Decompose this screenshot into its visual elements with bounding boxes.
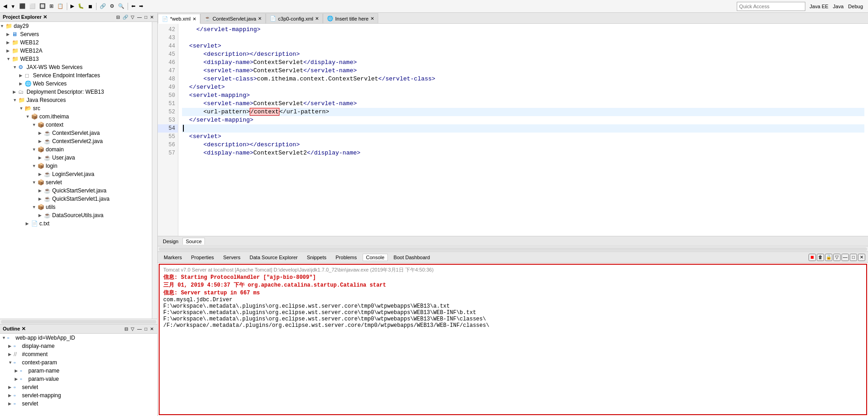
outline-item-6[interactable]: ▶ ▫ param-value <box>0 375 157 383</box>
bottom-tab-source[interactable]: Source <box>182 238 205 245</box>
tree-arrow[interactable]: ▼ <box>32 164 38 168</box>
toolbar-btn-4[interactable]: ⬜ <box>28 3 37 10</box>
tree-item-21[interactable]: ▶ ☕ QuickStartServlet.java <box>0 187 152 195</box>
toolbar-btn-2[interactable]: ▼ <box>9 3 17 10</box>
editor-tab-context_servlet[interactable]: ☕ ContextServlet.java ✕ <box>200 13 266 23</box>
console-content[interactable]: Tomcat v7.0 Server at localhost [Apache … <box>159 264 867 415</box>
toolbar-btn-5[interactable]: 🔲 <box>38 3 47 10</box>
minimize-btn[interactable]: — <box>136 15 143 20</box>
tree-arrow[interactable]: ▶ <box>38 213 44 218</box>
console-tab-boot[interactable]: Boot Dashboard <box>391 254 434 261</box>
quick-access-input[interactable] <box>737 2 805 11</box>
tree-item-8[interactable]: ▶ 🌐 Web Services <box>0 80 152 88</box>
tree-item-10[interactable]: ▼ 📁 Java Resources <box>0 96 152 104</box>
view-menu-btn[interactable]: ▽ <box>130 15 135 20</box>
toolbar-btn-3[interactable]: ⬛ <box>18 3 27 10</box>
tree-arrow[interactable]: ▶ <box>38 131 44 135</box>
console-menu-btn[interactable]: ▽ <box>833 254 841 261</box>
toolbar-btn-12[interactable]: ➡ <box>138 3 145 10</box>
perspective-debug[interactable]: Debug <box>847 3 864 10</box>
tree-item-25[interactable]: ▶ 📄 c.txt <box>0 219 152 228</box>
tree-item-20[interactable]: ▼ 📦 servlet <box>0 178 152 187</box>
bottom-tab-design[interactable]: Design <box>160 238 182 245</box>
console-stop-btn[interactable]: ⏹ <box>809 254 816 261</box>
tree-item-23[interactable]: ▼ 📦 utils <box>0 203 152 211</box>
tree-item-19[interactable]: ▶ ☕ LoginServlet.java <box>0 170 152 178</box>
tab-close-btn[interactable]: ✕ <box>193 16 196 21</box>
outline-minimize-btn[interactable]: — <box>136 326 143 331</box>
tree-arrow[interactable]: ▼ <box>13 65 18 69</box>
tree-item-16[interactable]: ▼ 📦 domain <box>0 145 152 154</box>
tree-item-2[interactable]: ▶ 🖥 Servers <box>0 30 152 38</box>
tree-arrow[interactable]: ▶ <box>38 172 44 176</box>
code-area[interactable]: </servlet-mapping> <servlet> <descriptio… <box>178 24 868 236</box>
outline-arrow[interactable]: ▶ <box>8 352 14 357</box>
tree-arrow[interactable]: ▼ <box>32 123 38 127</box>
tree-arrow[interactable]: ▶ <box>6 32 12 37</box>
toolbar-btn-stop[interactable]: ⏹ <box>86 3 94 10</box>
tree-arrow[interactable]: ▶ <box>19 73 25 78</box>
outline-item-2[interactable]: ▶ ▫ display-name <box>0 342 157 350</box>
console-close-btn[interactable]: ✕ <box>858 254 865 261</box>
tree-arrow[interactable]: ▶ <box>26 221 31 226</box>
toolbar-btn-6[interactable]: ⊞ <box>48 3 55 10</box>
tree-item-3[interactable]: ▶ 📁 WEB12 <box>0 38 152 47</box>
tree-item-22[interactable]: ▶ ☕ QuickStartServlet1.java <box>0 195 152 203</box>
tree-item-1[interactable]: ▼ 📁 day29 <box>0 22 152 30</box>
tree-arrow[interactable]: ▼ <box>26 114 31 119</box>
console-clear-btn[interactable]: 🗑 <box>817 254 824 261</box>
outline-item-5[interactable]: ▶ ▫ param-name <box>0 367 157 375</box>
tab-close-btn[interactable]: ✕ <box>370 16 374 21</box>
tree-arrow[interactable]: ▶ <box>19 81 25 86</box>
link-editor-btn[interactable]: 🔗 <box>122 15 129 20</box>
outline-arrow[interactable]: ▶ <box>8 401 14 406</box>
outline-arrow[interactable]: ▶ <box>15 368 20 373</box>
project-tree-hscroll[interactable] <box>0 319 157 324</box>
tree-arrow[interactable]: ▼ <box>32 180 38 185</box>
tree-item-11[interactable]: ▼ 📂 src <box>0 104 152 112</box>
tree-item-13[interactable]: ▼ 📦 context <box>0 121 152 129</box>
tree-item-4[interactable]: ▶ 📁 WEB12A <box>0 47 152 55</box>
toolbar-btn-debug[interactable]: 🐛 <box>76 3 86 10</box>
tree-item-6[interactable]: ▼ ⚙ JAX-WS Web Services <box>0 63 152 71</box>
editor-hscroll[interactable] <box>158 246 868 251</box>
outline-item-4[interactable]: ▼ ▫ context-param <box>0 358 157 367</box>
project-tree-scrollbar[interactable] <box>152 22 157 319</box>
toolbar-btn-1[interactable]: ◀ <box>2 3 8 10</box>
tree-arrow[interactable]: ▶ <box>38 197 44 201</box>
outline-item-7[interactable]: ▶ ▫ servlet <box>0 383 157 391</box>
maximize-btn[interactable]: □ <box>144 15 148 20</box>
console-tab-problems[interactable]: Problems <box>332 254 360 261</box>
outline-arrow[interactable]: ▶ <box>8 344 14 348</box>
tree-item-17[interactable]: ▶ ☕ User.java <box>0 154 152 162</box>
tree-arrow[interactable]: ▼ <box>32 205 38 209</box>
tree-item-24[interactable]: ▶ ☕ DataSourceUtils.java <box>0 211 152 219</box>
console-tab-console[interactable]: Console <box>363 254 387 261</box>
toolbar-btn-11[interactable]: ⬅ <box>130 3 137 10</box>
outline-item-3[interactable]: ▶ // #comment <box>0 350 157 358</box>
tree-item-7[interactable]: ▶ ◻ Service Endpoint Interfaces <box>0 71 152 80</box>
outline-item-9[interactable]: ▶ ▫ servlet <box>0 400 157 408</box>
toolbar-btn-9[interactable]: ⚙ <box>108 3 116 10</box>
tree-item-18[interactable]: ▼ 📦 login <box>0 162 152 170</box>
outline-item-1[interactable]: ▼ ▫ web-app id=WebApp_ID <box>0 334 157 342</box>
toolbar-btn-run[interactable]: ▶ <box>69 3 75 10</box>
console-scroll-lock-btn[interactable]: 🔒 <box>825 254 832 261</box>
tree-arrow[interactable]: ▼ <box>19 106 25 111</box>
console-tab-snippets[interactable]: Snippets <box>304 254 330 261</box>
perspective-java[interactable]: Java <box>831 3 845 10</box>
console-tab-servers[interactable]: Servers <box>220 254 244 261</box>
tree-arrow[interactable]: ▶ <box>13 90 18 94</box>
console-maximize-btn[interactable]: □ <box>850 254 857 261</box>
perspective-java-ee[interactable]: Java EE <box>808 3 830 10</box>
outline-maximize-btn[interactable]: □ <box>144 326 148 331</box>
tree-arrow[interactable]: ▶ <box>6 48 12 53</box>
tree-item-5[interactable]: ▼ 📁 WEB13 <box>0 55 152 63</box>
collapse-all-btn[interactable]: ⊟ <box>115 15 121 20</box>
tree-arrow[interactable]: ▶ <box>6 40 12 45</box>
console-tab-properties[interactable]: Properties <box>188 254 217 261</box>
console-tab-datasource[interactable]: Data Source Explorer <box>246 254 301 261</box>
console-minimize-btn[interactable]: — <box>841 254 849 261</box>
toolbar-btn-7[interactable]: 📋 <box>56 3 65 10</box>
tree-item-12[interactable]: ▼ 📦 com.itheima <box>0 112 152 121</box>
